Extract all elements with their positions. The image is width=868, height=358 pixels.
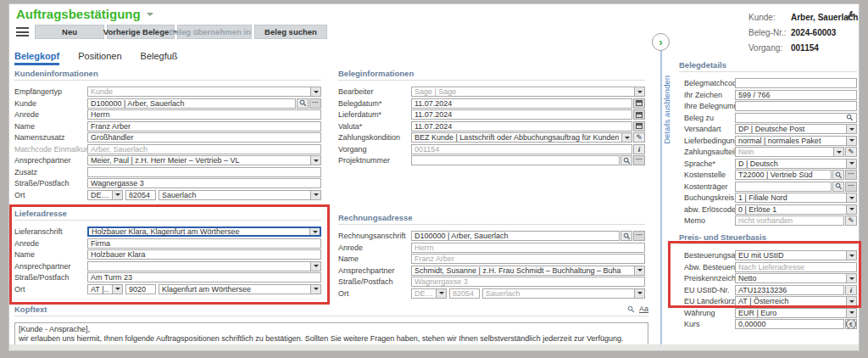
chevron-down-icon[interactable]: [112, 191, 122, 199]
kopftext-textarea[interactable]: [Kunde - Ansprache], wir erlauben uns hi…: [14, 322, 648, 347]
tab-positionen[interactable]: Positionen: [78, 47, 121, 65]
vorherige-belege-button[interactable]: Vorherige Belege: [107, 25, 175, 39]
belegmatchcode-input[interactable]: [735, 78, 857, 88]
beleg-suchen-button[interactable]: Beleg suchen: [254, 25, 327, 39]
search-icon[interactable]: [832, 182, 844, 192]
chevron-down-icon[interactable]: [634, 266, 644, 275]
kurs-input[interactable]: 0,00000: [735, 319, 844, 329]
calendar-icon[interactable]: [633, 121, 645, 131]
anrede-input[interactable]: Herrn: [87, 109, 321, 120]
plz-input[interactable]: 9020: [125, 284, 156, 294]
name-input[interactable]: Franz Arber: [87, 121, 321, 131]
zahlungsaufteilung-select[interactable]: Nein: [735, 147, 844, 157]
tab-belegkopf[interactable]: Belegkopf: [14, 47, 59, 65]
chevron-down-icon[interactable]: [112, 285, 122, 294]
vorgang-input[interactable]: 001154: [411, 144, 632, 154]
buchungskreis-select[interactable]: 1 | Filiale Nord: [735, 193, 857, 203]
chevron-down-icon[interactable]: [846, 251, 856, 260]
search-icon[interactable]: [627, 305, 635, 313]
neu-button[interactable]: Neu: [35, 25, 104, 39]
chevron-down-icon[interactable]: [634, 87, 644, 96]
more-options-icon[interactable]: ···: [845, 170, 857, 180]
currency-rate-icon[interactable]: €: [845, 319, 857, 329]
strasse-input[interactable]: Wagnergasse 3: [87, 178, 321, 188]
chevron-down-icon[interactable]: [833, 148, 843, 156]
eu-laenderkuerzel-select[interactable]: AT | Österreich: [735, 296, 857, 306]
anrede-input[interactable]: Firma: [87, 238, 321, 249]
chevron-down-icon[interactable]: [846, 193, 856, 202]
tab-belegfuss[interactable]: Belegfuß: [141, 47, 178, 65]
bearbeiter-select[interactable]: Sage | Sage: [411, 87, 645, 97]
erloescode-select[interactable]: 0 | Erlöse 1: [735, 204, 857, 215]
search-icon[interactable]: [297, 98, 309, 109]
land-select[interactable]: AT |…: [87, 284, 123, 294]
ansprechpartner-select[interactable]: Schmidt, Susanne | z.H. Frau Schmidt – B…: [411, 266, 645, 276]
kunde-input[interactable]: D100000 | Arber, Sauerlach: [87, 98, 296, 109]
bottom-scroll-strip[interactable]: [9, 344, 859, 350]
memo-input[interactable]: nicht vorhanden: [735, 215, 844, 226]
preiskennzeichen-select[interactable]: Netto: [735, 273, 857, 283]
chevron-down-icon[interactable]: [310, 87, 320, 96]
ihr-zeichen-input[interactable]: 599 / 766: [735, 90, 857, 100]
edit-pencil-icon[interactable]: ✎: [845, 215, 857, 226]
format-text-icon[interactable]: Aa: [639, 305, 648, 313]
projektnummer-input[interactable]: [411, 155, 620, 165]
ansprechpartner-select[interactable]: [87, 261, 321, 271]
search-icon[interactable]: [620, 231, 632, 241]
zusatz-input[interactable]: [87, 167, 321, 177]
search-icon[interactable]: [832, 170, 844, 180]
info-icon[interactable]: i: [633, 144, 645, 154]
lieferanschrift-select[interactable]: Holzbauer Klara, Klagenfurt am Wörtherse…: [87, 227, 321, 237]
details-toggle-label[interactable]: Details ausblenden: [662, 76, 671, 144]
plz-input[interactable]: 82054: [125, 190, 156, 200]
title-caret-icon[interactable]: [147, 13, 153, 20]
chevron-down-icon[interactable]: [310, 156, 320, 165]
chevron-down-icon[interactable]: [621, 133, 632, 142]
zahlungskondition-select[interactable]: BEZ Kunde | Lastschrift oder Abbuchungsa…: [411, 132, 632, 143]
chevron-down-icon[interactable]: [310, 191, 320, 199]
chevron-down-icon[interactable]: [846, 137, 856, 145]
chevron-down-icon[interactable]: [310, 262, 320, 271]
chevron-down-icon[interactable]: [846, 125, 856, 133]
besteuerungsart-select[interactable]: EU mit UStID: [735, 250, 857, 260]
sprache-select[interactable]: D | Deutsch: [735, 159, 857, 169]
valuta-input[interactable]: 11.07.2024: [411, 121, 632, 131]
edit-pencil-icon[interactable]: ✎: [845, 147, 857, 157]
edit-pencil-icon[interactable]: ✎: [633, 132, 645, 143]
more-options-icon[interactable]: ···: [633, 231, 645, 241]
empfaengertyp-select[interactable]: Kunde: [87, 87, 321, 97]
chevron-down-icon[interactable]: [310, 285, 320, 294]
more-options-icon[interactable]: ···: [633, 155, 645, 165]
info-icon[interactable]: i: [845, 285, 857, 295]
land-select[interactable]: DE…: [87, 190, 123, 200]
waehrung-select[interactable]: EUR | Euro: [735, 308, 857, 318]
wrench-icon[interactable]: [845, 10, 855, 20]
stadt-select[interactable]: Sauerlach: [159, 190, 321, 200]
namenszusatz-input[interactable]: Großhändler: [87, 132, 321, 143]
chevron-down-icon[interactable]: [846, 309, 856, 317]
beleg-zu-input[interactable]: [735, 113, 857, 123]
chevron-down-icon[interactable]: [846, 297, 856, 305]
versandart-select[interactable]: DP | Deutsche Post: [735, 124, 857, 134]
eu-ustid-input[interactable]: ATU12313236: [735, 285, 844, 295]
search-icon[interactable]: [620, 155, 632, 165]
more-options-icon[interactable]: ···: [845, 182, 857, 192]
menu-hamburger-icon[interactable]: [16, 27, 29, 36]
calendar-icon[interactable]: [633, 109, 645, 120]
search-icon[interactable]: [846, 114, 854, 121]
name-input[interactable]: Holzbauer Klara: [87, 249, 321, 260]
chevron-down-icon[interactable]: [309, 228, 320, 235]
ansprechpartner-select[interactable]: Meier, Paul | z.H. Herr Meier – Vertrieb…: [87, 155, 321, 165]
stadt-select[interactable]: Klagenfurt am Wörthersee: [159, 284, 321, 294]
calendar-icon[interactable]: [633, 98, 645, 109]
chevron-down-icon[interactable]: [846, 274, 856, 282]
lieferdatum-input[interactable]: 11.07.2024: [411, 109, 632, 120]
chevron-down-icon[interactable]: [846, 159, 856, 168]
kostentraeger-input[interactable]: [735, 182, 832, 192]
lieferbedingung-select[interactable]: normal | normales Paket: [735, 136, 857, 146]
collapse-panel-button[interactable]: ›: [652, 33, 670, 51]
rechnungsanschrift-input[interactable]: D100000 | Arber, Sauerlach: [411, 231, 620, 241]
kostenstelle-input[interactable]: T22000 | Vertrieb Süd: [735, 170, 832, 180]
belegdatum-input[interactable]: 11.07.2024: [411, 98, 632, 109]
chevron-down-icon[interactable]: [846, 205, 856, 214]
